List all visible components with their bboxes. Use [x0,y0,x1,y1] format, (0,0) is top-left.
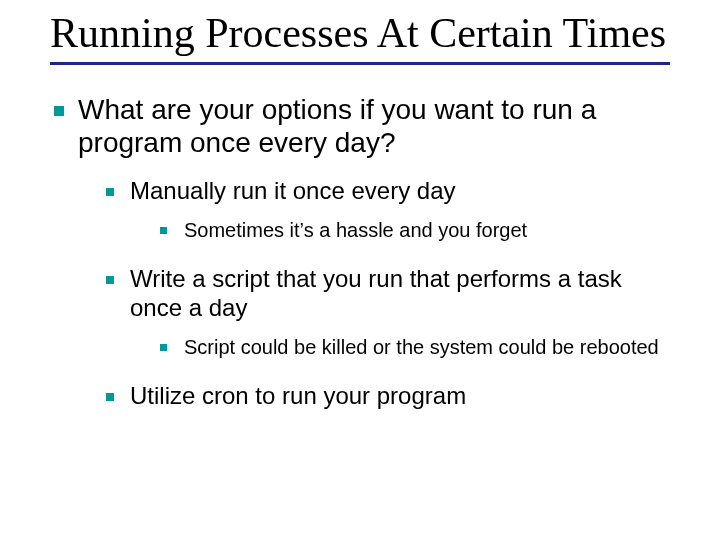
slide: Running Processes At Certain Times What … [0,0,720,540]
bullet-text: What are your options if you want to run… [78,94,596,158]
list-item: Sometimes it’s a hassle and you forget [156,218,670,243]
bullet-text: Utilize cron to run your program [130,382,466,409]
bullet-text: Sometimes it’s a hassle and you forget [184,219,527,241]
bullet-list: What are your options if you want to run… [50,93,670,410]
sub-sub-list: Script could be killed or the system cou… [130,335,670,360]
list-item: What are your options if you want to run… [50,93,670,410]
bullet-text: Script could be killed or the system cou… [184,336,659,358]
title-underline [50,62,670,65]
list-item: Script could be killed or the system cou… [156,335,670,360]
bullet-text: Write a script that you run that perform… [130,265,622,321]
list-item: Write a script that you run that perform… [102,265,670,360]
sub-list: Manually run it once every day Sometimes… [78,177,670,410]
list-item: Manually run it once every day Sometimes… [102,177,670,243]
sub-sub-list: Sometimes it’s a hassle and you forget [130,218,670,243]
slide-title: Running Processes At Certain Times [50,10,670,56]
list-item: Utilize cron to run your program [102,382,670,411]
bullet-text: Manually run it once every day [130,177,456,204]
